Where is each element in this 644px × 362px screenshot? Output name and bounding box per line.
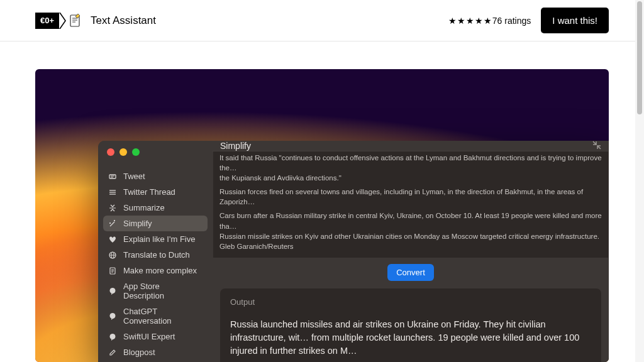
output-text: Russia launched missiles and air strikes… — [230, 318, 591, 358]
sidebar-item-swiftui-expert[interactable]: SwiftUI Expert — [103, 329, 208, 344]
sidebar-item-summarize[interactable]: Summarize — [103, 200, 208, 216]
sidebar-item-label: SwiftUI Expert — [123, 332, 175, 341]
product-title: Text Assistant — [91, 14, 156, 27]
sidebar-item-label: Make more complex — [123, 266, 197, 275]
sidebar-item-tweet[interactable]: Tweet — [103, 168, 208, 184]
sidebar-item-twitter-thread[interactable]: Twitter Thread — [103, 184, 208, 200]
list-icon — [108, 188, 117, 197]
sidebar-item-make-more-complex[interactable]: Make more complex — [103, 263, 208, 278]
product-logo-icon — [69, 13, 82, 28]
fullscreen-window-button[interactable] — [132, 148, 140, 156]
sidebar-item-label: Translate to Dutch — [123, 250, 190, 260]
app-window: TweetTwitter ThreadSummarizeSimplifyExpl… — [98, 141, 609, 362]
sidebar-item-label: ChatGPT Conversation — [123, 307, 203, 326]
sidebar-item-label: Explain like I'm Five — [123, 234, 195, 244]
header-right: ★ ★ ★ ★ ★ 76 ratings I want this! — [448, 8, 609, 33]
header-left: €0+ Text Assistant — [35, 13, 156, 29]
main-title: Simplify — [220, 141, 251, 151]
svg-point-20 — [110, 313, 116, 319]
chat-icon — [108, 312, 117, 321]
main-panel: Simplify It said that Russia "continues … — [213, 141, 609, 362]
product-header: €0+ Text Assistant ★ ★ ★ ★ ★ 76 ratings … — [0, 0, 644, 41]
convert-row: Convert — [213, 258, 609, 288]
chat-icon — [108, 332, 117, 341]
window-controls — [98, 141, 213, 163]
sidebar-item-label: Summarize — [123, 203, 165, 212]
minimize-window-button[interactable] — [119, 148, 127, 156]
sidebar-item-translate-to-dutch[interactable]: Translate to Dutch — [103, 247, 208, 263]
heart-icon — [108, 235, 117, 244]
input-textarea[interactable]: It said that Russia "continues to conduc… — [213, 151, 608, 258]
sidebar-list: TweetTwitter ThreadSummarizeSimplifyExpl… — [98, 163, 213, 360]
star-icon: ★ — [457, 16, 465, 26]
sidebar-item-app-store-description[interactable]: App Store Description — [103, 278, 208, 304]
hero-image: TweetTwitter ThreadSummarizeSimplifyExpl… — [35, 69, 609, 362]
wand-icon — [108, 219, 117, 228]
tag-icon — [108, 172, 117, 181]
doc-icon — [108, 266, 117, 275]
sidebar-item-label: Blogpost — [123, 348, 155, 357]
price-badge: €0+ — [35, 13, 60, 29]
output-panel: Output Russia launched missiles and air … — [220, 288, 601, 362]
svg-point-21 — [110, 334, 116, 339]
star-icon: ★ — [484, 16, 492, 26]
buy-button[interactable]: I want this! — [541, 8, 609, 33]
sidebar-item-label: Twitter Thread — [123, 187, 175, 197]
sidebar-item-chatgpt-conversation[interactable]: ChatGPT Conversation — [103, 304, 208, 329]
sidebar-item-explain-like-i-m-five[interactable]: Explain like I'm Five — [103, 231, 208, 247]
collapse-icon[interactable] — [592, 141, 601, 151]
sidebar-item-label: App Store Description — [123, 282, 203, 300]
star-icon: ★ — [466, 16, 474, 26]
close-window-button[interactable] — [107, 148, 114, 156]
sidebar-item-label: Tweet — [123, 172, 145, 181]
price-text: €0+ — [40, 16, 54, 25]
sidebar-item-label: Simplify — [123, 219, 152, 228]
svg-point-19 — [110, 288, 116, 293]
scrollbar-thumb[interactable] — [637, 1, 642, 114]
sidebar-item-blogpost[interactable]: Blogpost — [103, 344, 208, 360]
convert-button[interactable]: Convert — [387, 264, 434, 281]
collapse-icon — [108, 204, 117, 212]
svg-rect-5 — [109, 175, 116, 178]
output-label: Output — [230, 297, 591, 307]
ratings-count: 76 ratings — [492, 16, 531, 26]
chat-icon — [108, 287, 117, 295]
globe-icon — [108, 251, 117, 260]
rating-stars[interactable]: ★ ★ ★ ★ ★ 76 ratings — [448, 16, 531, 26]
page-scrollbar[interactable] — [635, 0, 644, 362]
star-icon: ★ — [448, 16, 457, 26]
star-icon: ★ — [475, 16, 483, 26]
sidebar-item-simplify[interactable]: Simplify — [103, 216, 208, 231]
main-header: Simplify — [213, 141, 609, 151]
pencil-icon — [108, 348, 117, 357]
sidebar: TweetTwitter ThreadSummarizeSimplifyExpl… — [98, 141, 213, 362]
